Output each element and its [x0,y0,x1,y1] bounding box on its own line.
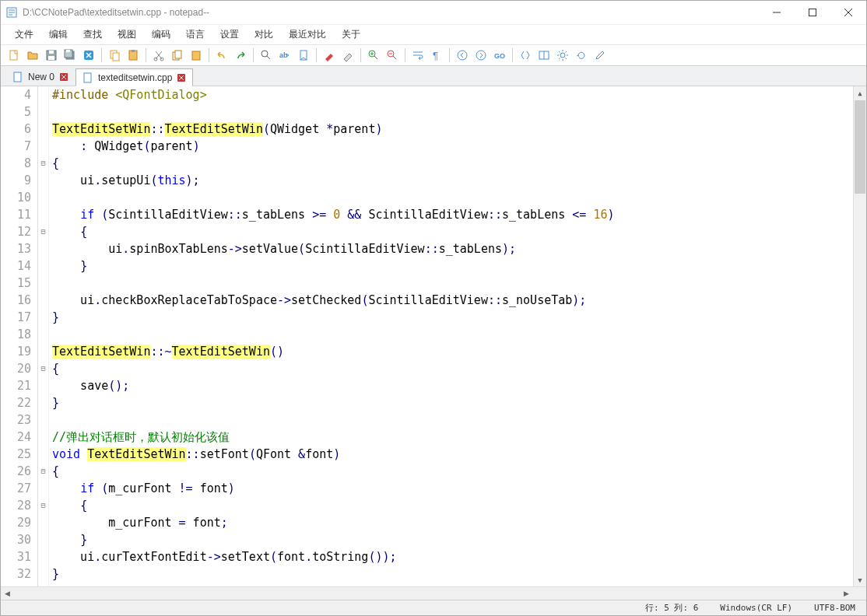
code-line[interactable]: } [52,309,853,326]
horizontal-scrollbar[interactable]: ◀ ▶ [1,587,853,600]
scroll-right-icon[interactable]: ▶ [840,587,853,600]
gear-icon[interactable] [554,47,571,64]
fold-marker [38,103,48,121]
code-line[interactable]: } [52,565,853,583]
marker-clear-icon[interactable] [339,47,356,64]
code-line[interactable]: ui.spinBoxTabLens->setValue(ScintillaEdi… [52,240,853,257]
save-icon[interactable] [43,47,60,64]
code-line[interactable]: void TextEditSetWin::setFont(QFont &font… [52,446,853,463]
minimize-button[interactable] [759,1,795,24]
tab-label: New 0 [28,72,54,82]
fold-marker[interactable]: ⊟ [38,463,48,480]
scroll-left-icon[interactable]: ◀ [1,587,14,600]
vertical-scrollbar[interactable]: ▲ ▼ [853,86,866,586]
code-line[interactable]: } [52,531,853,548]
tab-close-icon[interactable] [177,73,186,82]
edit-pencil-icon[interactable] [591,47,609,64]
code-line[interactable]: { [52,155,853,172]
fold-marker [38,548,48,565]
undo-icon[interactable] [213,47,230,64]
code-line[interactable]: m_curFont = font; [52,514,853,531]
paragraph-icon[interactable]: ¶ [428,47,445,64]
menu-item[interactable]: 编辑 [43,25,74,44]
code-line[interactable]: TextEditSetWin::~TextEditSetWin() [52,343,853,360]
goto-icon[interactable]: GO [491,47,508,64]
copy2-icon[interactable] [169,47,186,64]
new-file-icon[interactable] [5,47,23,64]
line-number: 20 [1,360,31,377]
code-line[interactable]: } [52,257,853,275]
code-line[interactable]: { [52,497,853,514]
wrap-icon[interactable] [409,47,426,64]
zoom-out-icon[interactable] [384,47,401,64]
file-tab[interactable]: New 0 [5,68,75,86]
marker-red-icon[interactable] [321,47,338,64]
paste2-icon[interactable] [188,47,205,64]
fold-marker[interactable]: ⊟ [38,497,48,514]
menu-item[interactable]: 语言 [180,25,211,44]
scroll-up-icon[interactable]: ▲ [854,86,866,100]
code-line[interactable]: //弹出对话框时，默认初始化该值 [52,429,853,446]
zoom-in-icon[interactable] [365,47,382,64]
code-line[interactable] [52,326,853,343]
code-editor[interactable]: #include <QFontDialog>TextEditSetWin::Te… [49,86,853,586]
code-line[interactable]: ui.setupUi(this); [52,172,853,189]
code-line[interactable]: save(); [52,377,853,394]
scroll-down-icon[interactable]: ▼ [854,573,866,586]
nav-fwd-icon[interactable] [472,47,490,64]
code-line[interactable] [52,103,853,121]
fold-marker [38,86,48,103]
code-line[interactable]: { [52,223,853,240]
fold-column[interactable]: ⊟⊟⊟⊟⊟ [38,86,49,586]
line-number: 25 [1,446,31,463]
menu-item[interactable]: 文件 [9,25,40,44]
file-tab[interactable]: texteditsetwin.cpp [75,68,193,86]
menu-item[interactable]: 视图 [111,25,142,44]
maximize-button[interactable] [795,1,830,24]
code-line[interactable] [52,411,853,429]
copy-icon[interactable] [106,47,123,64]
open-file-icon[interactable] [24,47,41,64]
fold-marker [38,138,48,155]
menu-item[interactable]: 对比 [248,25,279,44]
code-line[interactable]: if (m_curFont != font) [52,480,853,497]
cut-icon[interactable] [150,47,167,64]
replace-icon[interactable]: ab [276,47,293,64]
refresh-icon[interactable] [573,47,590,64]
paste-icon[interactable] [125,47,142,64]
tab-close-icon[interactable] [59,72,68,82]
fold-marker [38,240,48,257]
close-file-icon[interactable] [80,47,97,64]
fold-marker [38,309,48,326]
code-line[interactable]: { [52,463,853,480]
nav-back-icon[interactable] [454,47,471,64]
menu-item[interactable]: 查找 [77,25,108,44]
columns-icon[interactable] [535,47,553,64]
fold-marker[interactable]: ⊟ [38,155,48,172]
toolbar-separator [512,48,513,62]
code-line[interactable]: TextEditSetWin::TextEditSetWin(QWidget *… [52,121,853,138]
svg-rect-30 [14,72,21,82]
close-button[interactable] [830,1,866,24]
menu-item[interactable]: 最近对比 [283,25,332,44]
menu-item[interactable]: 设置 [214,25,245,44]
menu-item[interactable]: 编码 [146,25,177,44]
bookmark-icon[interactable] [295,47,312,64]
save-all-icon[interactable] [61,47,79,64]
redo-icon[interactable] [232,47,249,64]
code-line[interactable]: if (ScintillaEditView::s_tabLens >= 0 &&… [52,206,853,223]
code-line[interactable]: { [52,360,853,377]
fold-marker[interactable]: ⊟ [38,223,48,240]
code-line[interactable]: ui.curTextFontEdit->setText(font.toStrin… [52,548,853,565]
code-line[interactable] [52,189,853,206]
menu-item[interactable]: 关于 [335,25,367,44]
scrollbar-thumb[interactable] [855,100,865,194]
code-line[interactable]: : QWidget(parent) [52,138,853,155]
split-icon[interactable] [517,47,534,64]
code-line[interactable] [52,275,853,292]
code-line[interactable]: #include <QFontDialog> [52,86,853,103]
find-icon[interactable] [258,47,275,64]
fold-marker[interactable]: ⊟ [38,360,48,377]
code-line[interactable]: } [52,394,853,411]
code-line[interactable]: ui.checkBoxReplaceTabToSpace->setChecked… [52,292,853,309]
